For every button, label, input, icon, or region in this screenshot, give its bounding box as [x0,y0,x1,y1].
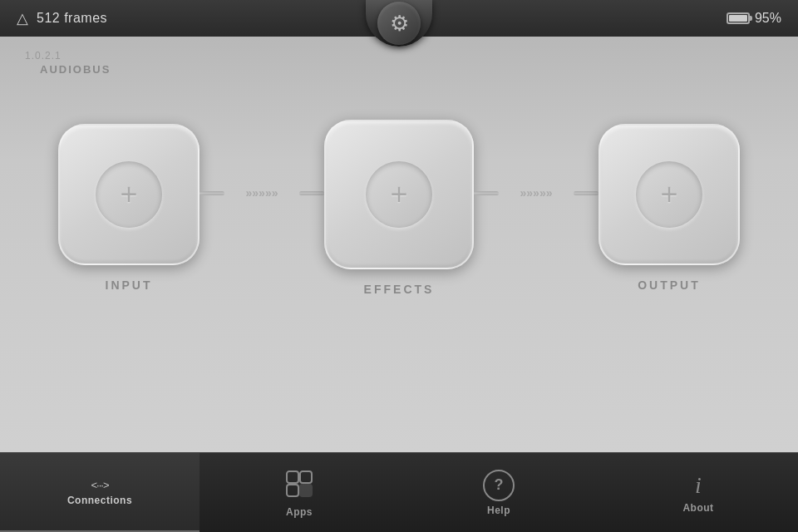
app-version: 1.0.2.1 [25,50,62,62]
signal-chain: + INPUT »»»»» + EFFECTS [0,120,798,296]
tab-help[interactable]: ? Help [399,453,598,532]
connector-1: »»»»» [200,185,324,201]
help-icon: ? [483,470,515,501]
effects-plus-inner: + [366,161,432,228]
connector-2-line: »»»»» [474,185,598,201]
main-content: AUDIOBUS 1.0.2.1 + INPUT »»»»» [0,37,798,452]
tab-about-label: About [682,502,713,514]
arrows-2: »»»»» [499,185,574,201]
battery-percent: 95% [755,11,781,26]
app-title-area: AUDIOBUS 1.0.2.1 [20,50,62,62]
battery-icon [727,12,750,24]
tab-connections-label: Connections [67,495,132,506]
gear-button[interactable]: ⚙ [366,0,432,47]
battery-container: 95% [727,11,781,26]
input-label: INPUT [106,278,153,292]
signal-icon: △ [17,9,28,27]
input-module: + INPUT [58,124,200,292]
tab-apps[interactable]: Apps [200,453,399,532]
effects-add-button[interactable]: + [324,120,474,269]
gear-area: ⚙ [366,0,432,47]
svg-rect-0 [287,471,298,483]
input-add-button[interactable]: + [58,124,200,265]
gear-icon: ⚙ [390,11,409,37]
tab-bar: <···> Connections Apps ? Help i About [0,452,798,532]
output-plus-inner: + [636,161,702,228]
effects-plus-icon: + [390,180,407,209]
connector-1-line: »»»»» [200,185,324,201]
output-module: + OUTPUT [598,124,740,292]
tab-connections[interactable]: <···> Connections [0,453,200,532]
svg-rect-1 [300,471,312,483]
status-right: 95% [727,11,781,26]
tab-help-label: Help [487,505,510,516]
arrows-1: »»»»» [224,185,299,201]
output-label: OUTPUT [638,278,701,292]
app-title: AUDIOBUS [40,63,111,76]
tab-apps-label: Apps [286,506,313,518]
output-plus-icon: + [660,180,677,209]
input-plus-inner: + [96,161,162,228]
input-plus-icon: + [120,180,137,209]
svg-rect-2 [287,485,298,496]
effects-label: EFFECTS [364,283,435,296]
status-left: △ 512 frames [17,9,107,27]
tab-about[interactable]: i About [598,453,798,532]
about-icon: i [695,472,702,499]
connections-icon: <···> [91,479,108,491]
connector-2: »»»»» [474,185,598,201]
svg-rect-3 [300,485,312,496]
apps-icon [283,468,315,503]
output-add-button[interactable]: + [598,124,740,265]
effects-module: + EFFECTS [324,120,474,296]
frame-count: 512 frames [37,11,107,26]
